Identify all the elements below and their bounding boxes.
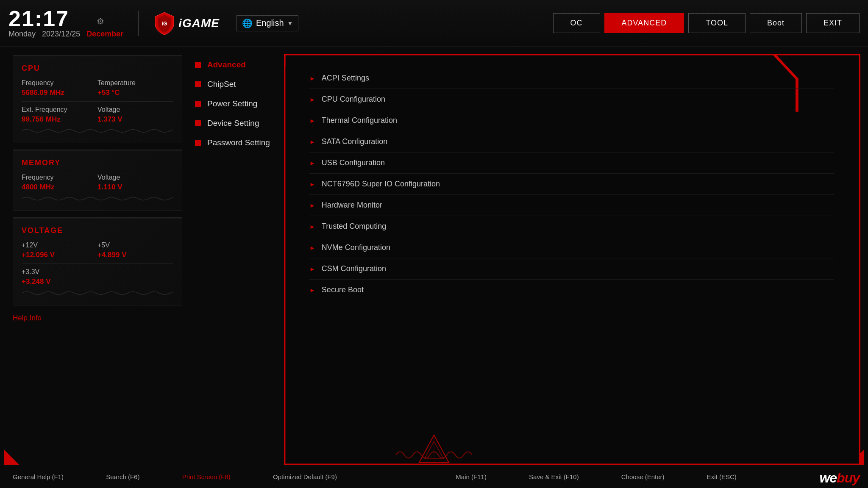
memory-wave [22,196,173,202]
v33-label: +3.3V [22,268,173,276]
submenu-label-acpi: ACPI Settings [322,74,369,83]
memory-freq-label: Frequency [22,174,97,181]
submenu-label-cpu-config: CPU Configuration [322,95,385,104]
v33-value: +3.248 V [22,277,173,286]
arrow-icon-acpi: ► [309,75,315,82]
date: 2023/12/25 [42,30,80,38]
cpu-temp-col: Temperature +53 °C [97,79,173,97]
submenu-thermal[interactable]: ► Thermal Configuration [309,110,834,131]
month: December [86,30,123,38]
language-selector[interactable]: 🌐 English ▼ [236,15,298,31]
cpu-temp-value: +53 °C [97,89,173,97]
nav-boot-button[interactable]: Boot [750,13,802,33]
cpu-divider [22,101,173,102]
menu-label-advanced: Advanced [207,60,246,69]
submenu-label-nct: NCT6796D Super IO Configuration [322,180,440,189]
voltage-card: VOLTAGE +12V +12.096 V +5V +4.899 V +3.3… [13,217,182,305]
arrow-icon-sata: ► [309,139,315,145]
submenu-label-sata: SATA Configuration [322,137,387,146]
v5-label: +5V [97,241,173,249]
memory-freq-col: Frequency 4800 MHz [22,174,97,191]
menu-label-password: Password Setting [207,138,270,147]
menu-item-power[interactable]: Power Setting [195,94,288,114]
menu-label-power: Power Setting [207,99,257,108]
menu-indicator-password [195,140,201,146]
date-display: Monday 2023/12/25 December [8,30,123,39]
memory-volt-value: 1.110 V [97,183,173,191]
submenu-acpi[interactable]: ► ACPI Settings [309,68,834,89]
cpu-ext-freq-value: 99.756 MHz [22,115,97,124]
cpu-freq-col: Frequency 5686.09 MHz [22,79,97,97]
header-left: ⚙ 21:17 Monday 2023/12/25 December iG iG… [8,8,220,39]
bottom-exit-esc[interactable]: Exit (ESC) [707,473,737,480]
arrow-icon-thermal: ► [309,117,315,124]
menu-label-chipset: ChipSet [207,80,236,89]
submenu-nct[interactable]: ► NCT6796D Super IO Configuration [309,174,834,195]
help-info-link[interactable]: Help Info [13,314,182,322]
submenu-label-secure-boot: Secure Boot [322,286,364,294]
submenu-csm[interactable]: ► CSM Configuration [309,258,834,280]
cpu-freq-temp-row: Frequency 5686.09 MHz Temperature +53 °C [22,79,173,97]
chevron-down-icon: ▼ [287,20,293,27]
cpu-ext-freq-label: Ext. Frequency [22,106,97,114]
menu-item-chipset[interactable]: ChipSet [195,75,288,94]
submenu-label-trusted: Trusted Computing [322,222,386,231]
submenu-trusted-computing[interactable]: ► Trusted Computing [309,216,834,237]
menu-label-device: Device Setting [207,119,259,128]
menu-indicator-device [195,120,201,126]
submenu-secure-boot[interactable]: ► Secure Boot [309,280,834,300]
arrow-icon-usb: ► [309,160,315,166]
bottom-bar: General Help (F1) Search (F6) Print Scre… [0,465,868,488]
cpu-volt-value: 1.373 V [97,115,173,124]
bottom-search[interactable]: Search (F6) [106,473,139,480]
cpu-freq-label: Frequency [22,79,97,87]
submenu-nvme[interactable]: ► NVMe Configuration [309,237,834,258]
submenu-sata[interactable]: ► SATA Configuration [309,131,834,152]
cpu-card: CPU Frequency 5686.09 MHz Temperature +5… [13,55,182,143]
voltage-33-row: +3.3V +3.248 V [22,268,173,286]
menu-indicator-chipset [195,81,201,87]
menu-item-password[interactable]: Password Setting [195,133,288,152]
memory-volt-col: Voltage 1.110 V [97,174,173,191]
nav-tool-button[interactable]: TOOL [688,13,746,33]
nav-oc-button[interactable]: OC [553,13,600,33]
corner-decoration-bl [4,450,21,467]
cpu-ext-volt-row: Ext. Frequency 99.756 MHz Voltage 1.373 … [22,106,173,124]
submenu-cpu-config[interactable]: ► CPU Configuration [309,89,834,110]
bottom-choose-enter[interactable]: Choose (Enter) [621,473,665,480]
logo-divider [138,11,139,36]
svg-text:iG: iG [162,21,167,27]
arrow-icon-csm: ► [309,266,315,272]
voltage-12-5-row: +12V +12.096 V +5V +4.899 V [22,241,173,259]
arrow-icon-trusted: ► [309,223,315,230]
cpu-volt-col: Voltage 1.373 V [97,106,173,124]
nav-advanced-button[interactable]: ADVANCED [604,13,684,33]
nav-exit-button[interactable]: EXIT [806,13,860,33]
wave-decoration [22,128,173,134]
cpu-freq-value: 5686.09 MHz [22,89,97,97]
voltage-wave [22,290,173,297]
v12-col: +12V +12.096 V [22,241,97,259]
arrow-icon-cpu-config: ► [309,96,315,103]
submenu-usb[interactable]: ► USB Configuration [309,152,834,174]
bottom-print-screen[interactable]: Print Screen (F8) [182,473,231,480]
memory-volt-label: Voltage [97,174,173,181]
bottom-save-exit[interactable]: Save & Exit (F10) [529,473,579,480]
webuy-brand: webuy [819,470,860,486]
bottom-main[interactable]: Main (F11) [456,473,487,480]
memory-title: MEMORY [22,158,173,167]
menu-item-advanced[interactable]: Advanced [195,55,288,75]
submenu-label-thermal: Thermal Configuration [322,116,397,125]
igame-logo: iG iGAME [154,11,220,35]
submenu-label-nvme: NVMe Configuration [322,243,390,252]
v12-value: +12.096 V [22,251,97,259]
menu-item-device[interactable]: Device Setting [195,114,288,133]
submenu-hardware-monitor[interactable]: ► Hardware Monitor [309,195,834,216]
shield-icon: iG [154,11,175,35]
bottom-general-help[interactable]: General Help (F1) [13,473,64,480]
time-block: ⚙ 21:17 Monday 2023/12/25 December [8,8,123,39]
v33-col: +3.3V +3.248 V [22,268,173,286]
bottom-optimized-default[interactable]: Optimized Default (F9) [273,473,337,480]
submenu-label-csm: CSM Configuration [322,264,386,273]
menu-indicator-power [195,101,201,107]
